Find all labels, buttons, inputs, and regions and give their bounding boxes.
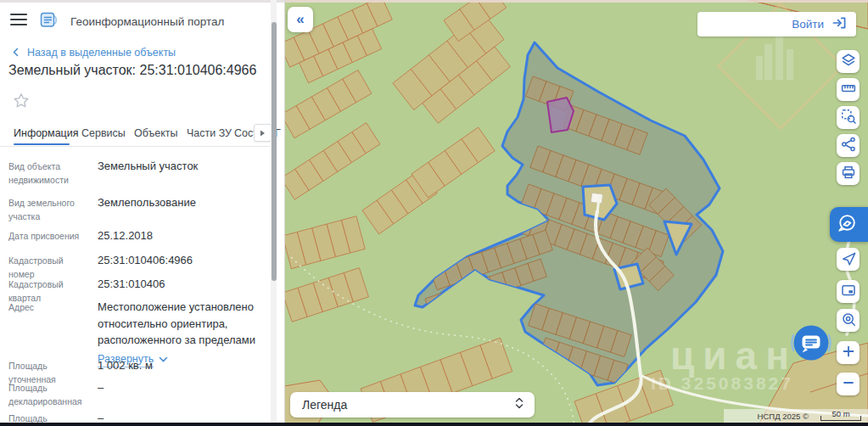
field-row-object-kind: Вид объекта недвижимости Земельный участ… (8, 158, 267, 188)
zoom-in-button[interactable] (837, 341, 860, 364)
identify-tool-button-active[interactable] (830, 207, 868, 242)
layers-icon (841, 53, 856, 71)
cian-watermark: циан (670, 333, 798, 378)
field-value: – (98, 379, 267, 409)
panel-header: Геоинформационный портал (10, 10, 224, 32)
hamburger-menu-icon[interactable] (10, 13, 27, 30)
chevron-left-icon (12, 45, 20, 60)
cian-id-watermark: ID 325083827 (651, 373, 793, 394)
sort-chevrons-icon (514, 396, 524, 413)
tabs-scroll-right-button[interactable] (254, 124, 272, 142)
chevron-right-icon (259, 129, 266, 137)
login-label: Войти (792, 18, 824, 31)
building-footprint (591, 193, 602, 204)
object-title: Земельный участок: 25:31:010406:4966 (8, 63, 276, 78)
map-top-strip (284, 0, 868, 3)
legend-dropdown[interactable]: Легенда (290, 392, 535, 418)
field-row-area-declared: Площадь декларированная – (8, 379, 267, 409)
scale-bracket (820, 416, 861, 421)
locate-object-button[interactable] (837, 309, 860, 332)
panel-scrollbar[interactable] (271, 0, 277, 426)
field-label: Площадь декларированная (8, 379, 91, 409)
star-icon (13, 92, 30, 113)
overview-map-button[interactable] (837, 280, 860, 303)
field-row-date: Дата присвоения 25.12.2018 (8, 227, 267, 244)
share-button[interactable] (837, 134, 860, 157)
field-label: Вид земельного участка (8, 194, 91, 224)
location-button[interactable] (837, 248, 860, 271)
info-panel: Геоинформационный портал Назад в выделен… (0, 0, 285, 426)
print-button[interactable] (837, 162, 860, 185)
printer-icon (841, 165, 856, 183)
area-search-icon (841, 109, 856, 127)
scrollbar-thumb[interactable] (272, 22, 277, 281)
field-label: Дата присвоения (8, 227, 91, 244)
chat-button[interactable] (787, 319, 835, 367)
field-value: Землепользование (98, 194, 267, 224)
magnifier-icon (841, 311, 856, 330)
back-link[interactable]: Назад в выделенные объекты (12, 45, 176, 60)
favorite-button[interactable] (10, 92, 32, 114)
identify-icon (837, 213, 857, 237)
active-tab-underline (14, 143, 70, 146)
app-title: Геоинформационный портал (70, 15, 224, 28)
collapse-panel-button[interactable]: « (288, 7, 313, 32)
login-bar[interactable]: Войти (697, 12, 856, 36)
tab-parts[interactable]: Части ЗУ (187, 127, 232, 139)
back-link-label: Назад в выделенные объекты (27, 47, 176, 59)
legend-label: Легенда (302, 398, 347, 412)
field-label: Вид объекта недвижимости (8, 158, 91, 188)
tab-services[interactable]: Сервисы (81, 127, 126, 139)
bottom-edge-bar (0, 423, 868, 426)
login-arrow-icon (831, 14, 848, 35)
field-value: Местоположение установлено относительно … (98, 300, 255, 346)
ruler-icon (841, 81, 856, 99)
field-value: 25.12.2018 (98, 227, 267, 244)
overview-map-icon (841, 283, 856, 301)
map-area[interactable]: циан ID 325083827 « Войти (284, 0, 868, 426)
field-value: Земельный участок (98, 158, 267, 188)
tabs-bar: Информация Сервисы Объекты Части ЗУ Сост… (0, 121, 270, 146)
share-icon (841, 137, 856, 155)
plus-icon (841, 344, 856, 362)
tab-objects[interactable]: Объекты (134, 127, 178, 139)
measure-button[interactable] (837, 78, 860, 101)
attribution-strip: НСПД 2025 © 50 m (724, 409, 868, 423)
layers-button[interactable] (837, 50, 860, 73)
chevron-double-left-icon: « (296, 11, 304, 28)
portal-logo-icon[interactable] (39, 10, 59, 33)
scale-bar: 50 m (819, 410, 863, 422)
panel-top-strip (0, 0, 284, 3)
field-row-parcel-kind: Вид земельного участка Землепользование (8, 194, 267, 224)
minus-icon (841, 375, 856, 394)
tabs-divider (0, 146, 270, 147)
tab-information[interactable]: Информация (14, 127, 79, 139)
location-arrow-icon (841, 250, 856, 269)
zoom-out-button[interactable] (837, 373, 860, 395)
area-search-button[interactable] (837, 106, 860, 129)
attribution-text: НСПД 2025 © (758, 412, 809, 421)
